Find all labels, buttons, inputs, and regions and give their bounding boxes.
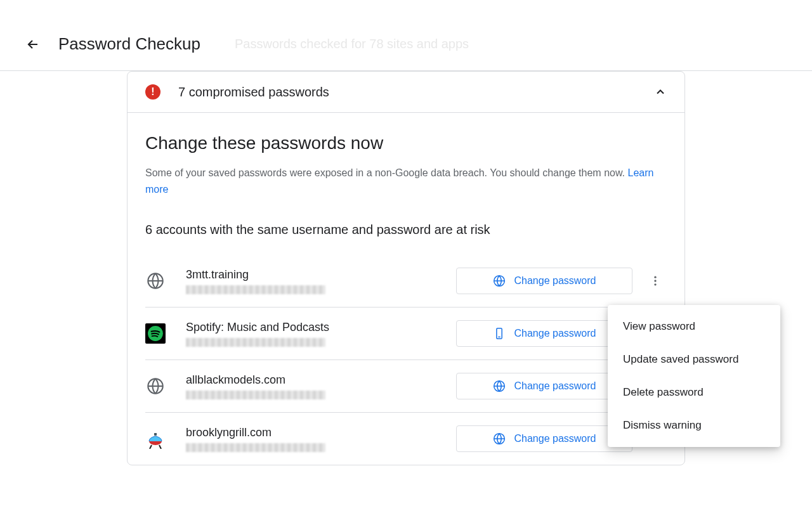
grill-icon <box>145 429 166 449</box>
section-title: Change these passwords now <box>145 133 667 153</box>
ghost-summary: Passwords checked for 78 sites and apps <box>235 37 469 51</box>
site-info: allblackmodels.com <box>186 373 456 399</box>
menu-view-password[interactable]: View password <box>608 310 780 343</box>
menu-dismiss-warning[interactable]: Dismiss warning <box>608 409 780 442</box>
more-options-button[interactable] <box>644 269 667 292</box>
site-name: Spotify: Music and Podcasts <box>186 321 456 334</box>
more-vert-icon <box>649 275 662 287</box>
back-button[interactable] <box>25 37 41 52</box>
chevron-up-icon <box>654 86 667 98</box>
context-menu: View password Update saved password Dele… <box>608 305 780 447</box>
svg-point-4 <box>654 283 656 285</box>
password-item: Spotify: Music and Podcasts Change passw… <box>145 308 667 360</box>
change-password-button[interactable]: Change password <box>456 320 632 347</box>
globe-icon <box>493 275 506 287</box>
globe-icon <box>145 376 166 396</box>
password-item: brooklyngrill.com Change password <box>145 413 667 465</box>
change-password-button[interactable]: Change password <box>456 268 632 294</box>
section-description: Some of your saved passwords were expose… <box>145 165 667 197</box>
site-username-redacted <box>186 443 325 452</box>
site-username-redacted <box>186 391 325 399</box>
svg-rect-17 <box>154 433 157 436</box>
change-password-button[interactable]: Change password <box>456 425 632 452</box>
globe-icon <box>145 271 166 291</box>
compromised-card: ! 7 compromised passwords Change these p… <box>127 71 685 465</box>
change-password-button[interactable]: Change password <box>456 373 632 399</box>
globe-icon <box>493 432 506 445</box>
card-body: Change these passwords now Some of your … <box>128 113 684 465</box>
site-name: allblackmodels.com <box>186 373 456 387</box>
site-name: 3mtt.training <box>186 268 456 282</box>
site-info: Spotify: Music and Podcasts <box>186 321 456 347</box>
password-list: 3mtt.training Change password <box>145 255 667 465</box>
site-name: brooklyngrill.com <box>186 426 456 439</box>
subsection-title: 6 accounts with the same username and pa… <box>145 223 667 237</box>
alert-icon: ! <box>145 84 160 100</box>
site-username-redacted <box>186 285 325 294</box>
password-item: 3mtt.training Change password <box>145 255 667 308</box>
globe-icon <box>493 380 506 392</box>
site-info: brooklyngrill.com <box>186 426 456 452</box>
spotify-icon <box>145 323 166 344</box>
site-info: 3mtt.training <box>186 268 456 294</box>
phone-icon <box>493 327 506 340</box>
alert-title: 7 compromised passwords <box>178 85 654 100</box>
page-title: Password Checkup <box>58 34 200 54</box>
svg-point-2 <box>654 276 656 278</box>
menu-update-password[interactable]: Update saved password <box>608 343 780 376</box>
password-item: allblackmodels.com Change password <box>145 360 667 413</box>
card-header-toggle[interactable]: ! 7 compromised passwords <box>128 72 684 113</box>
app-header: Password Checkup Passwords checked for 7… <box>0 0 812 71</box>
svg-point-3 <box>654 280 656 282</box>
site-username-redacted <box>186 338 325 347</box>
menu-delete-password[interactable]: Delete password <box>608 376 780 409</box>
